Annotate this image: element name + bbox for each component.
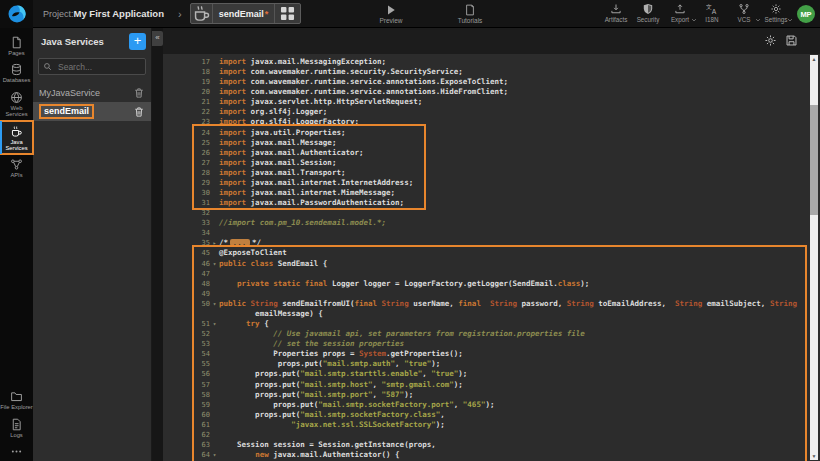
code-line[interactable]: 55 props.put("mail.smtp.auth", "true"); — [163, 359, 820, 369]
code-line[interactable]: 60 props.put("mail.smtp.socketFactory.cl… — [163, 410, 820, 420]
code-line[interactable]: 45@ExposeToClient — [163, 248, 820, 258]
code-line[interactable]: 26import javax.mail.Authenticator; — [163, 148, 820, 158]
logs-icon — [10, 418, 23, 431]
folded-region-badge[interactable]: ... — [230, 239, 250, 246]
code-line[interactable]: 59 props.put("mail.smtp.socketFactory.po… — [163, 400, 820, 410]
code-line[interactable]: 53 // set the session properties — [163, 339, 820, 349]
code-line[interactable]: 62 — [163, 430, 820, 440]
rail-item-java-services[interactable]: Java Services — [0, 121, 33, 155]
service-item-myjavaservice[interactable]: MyJavaService — [33, 83, 151, 102]
user-avatar[interactable]: MP — [797, 5, 815, 23]
rail-item-web-services[interactable]: Web Services — [0, 87, 33, 121]
java-services-panel: Java Services + MyJavaServicesendEmail — [33, 28, 152, 461]
code-line[interactable]: 46▾public class SendEmail { — [163, 259, 820, 269]
code-line[interactable]: 25import javax.mail.Message; — [163, 138, 820, 148]
menu-artifacts-button[interactable]: Artifacts — [600, 3, 632, 23]
editor-settings-icon[interactable] — [764, 34, 777, 47]
scrollbar-thumb[interactable] — [810, 105, 818, 215]
menu-export-button[interactable]: Export — [664, 3, 696, 23]
code-line[interactable]: 19import com.wavemaker.runtime.service.a… — [163, 77, 820, 87]
code-line[interactable]: 21import javax.servlet.http.HttpServletR… — [163, 97, 820, 107]
code-line[interactable]: 57 props.put("mail.smtp.host", "smtp.gma… — [163, 380, 820, 390]
code-line[interactable]: 31import javax.mail.PasswordAuthenticati… — [163, 198, 820, 208]
code-line[interactable]: 24import java.util.Properties; — [163, 128, 820, 138]
code-text: import javax.mail.internet.InternetAddre… — [219, 178, 413, 188]
rail-item-databases[interactable]: Databases — [0, 59, 33, 86]
service-search[interactable] — [38, 58, 146, 75]
code-line[interactable]: 32 — [163, 208, 820, 218]
fold-marker-icon[interactable]: ▾ — [210, 259, 219, 269]
save-icon[interactable] — [785, 34, 798, 47]
code-line[interactable]: 22import org.slf4j.Logger; — [163, 107, 820, 117]
code-text: props.put("mail.smtp.port", "587"); — [219, 390, 413, 400]
code-line[interactable]: 35▸/*...*/ — [163, 238, 820, 248]
rail-item-file-explorer[interactable]: File Explorer — [0, 386, 33, 413]
service-item-sendemail[interactable]: sendEmail — [33, 102, 151, 121]
code-line[interactable]: 18import com.wavemaker.runtime.security.… — [163, 67, 820, 77]
rail-item-pages[interactable]: Pages — [0, 32, 33, 59]
tutorials-button[interactable]: Tutorials — [446, 4, 494, 24]
code-line[interactable]: 58 props.put("mail.smtp.port", "587"); — [163, 390, 820, 400]
code-line[interactable]: 28import javax.mail.Transport; — [163, 168, 820, 178]
menu-i18n-button[interactable]: 文AI18N — [696, 3, 728, 23]
delete-service-icon[interactable] — [133, 87, 145, 99]
wavemaker-logo[interactable] — [0, 0, 33, 28]
code-line[interactable]: 61 "javax.net.ssl.SSLSocketFactory"); — [163, 420, 820, 430]
svg-text:A: A — [712, 8, 717, 15]
code-text: new javax.mail.Authenticator() { — [219, 450, 400, 460]
fold-slot — [210, 218, 219, 228]
line-number: 53 — [163, 339, 210, 349]
fold-slot — [210, 309, 219, 319]
fold-marker-icon[interactable]: ▾ — [210, 450, 219, 460]
code-line[interactable]: 52 // Use javamail api, set parameters f… — [163, 329, 820, 339]
scroll-down-arrow[interactable]: ▼ — [810, 452, 818, 460]
code-line[interactable]: 64▾ new javax.mail.Authenticator() { — [163, 450, 820, 460]
menu-settings-button[interactable]: Settings — [760, 3, 792, 23]
code-line[interactable]: 29import javax.mail.internet.InternetAdd… — [163, 178, 820, 188]
code-line[interactable]: 51▾ try { — [163, 319, 820, 329]
code-line[interactable]: 48 private static final Logger logger = … — [163, 279, 820, 289]
code-line[interactable]: emailMessage) { — [163, 309, 820, 319]
code-line[interactable]: 63 Session session = Session.getInstance… — [163, 440, 820, 450]
fold-marker-icon[interactable]: ▸ — [210, 238, 219, 248]
code-line[interactable]: 23import org.slf4j.LoggerFactory; — [163, 117, 820, 127]
editor-scrollbar[interactable]: ▲ ▼ — [810, 55, 818, 460]
grid-icon[interactable] — [274, 4, 300, 23]
code-area[interactable]: 17import javax.mail.MessagingException;1… — [163, 54, 820, 461]
code-text: private static final Logger logger = Log… — [219, 279, 589, 289]
rail-item-apis[interactable]: APIs — [0, 154, 33, 181]
code-line[interactable]: 54 Properties props = System.getProperti… — [163, 349, 820, 359]
code-line[interactable]: 47 — [163, 269, 820, 279]
fold-marker-icon[interactable]: ▾ — [210, 319, 219, 329]
code-line[interactable]: 49 — [163, 289, 820, 299]
database-icon — [10, 63, 23, 76]
code-line[interactable]: 34 — [163, 228, 820, 238]
code-line[interactable]: 56 props.put("mail.smtp.starttls.enable"… — [163, 369, 820, 379]
pages-icon — [10, 36, 23, 49]
fold-marker-icon[interactable]: ▾ — [210, 299, 219, 309]
code-line[interactable]: 50▾public String sendEmailfromUI(final S… — [163, 299, 820, 309]
panel-collapse-button[interactable]: « — [152, 31, 163, 46]
scroll-up-arrow[interactable]: ▲ — [810, 55, 818, 63]
code-line[interactable]: 30import javax.mail.internet.MimeMessage… — [163, 188, 820, 198]
code-text: import javax.mail.PasswordAuthentication… — [219, 198, 404, 208]
tab-sendemail[interactable]: sendEmail* — [190, 3, 302, 24]
code-line[interactable]: 20import com.wavemaker.runtime.service.a… — [163, 87, 820, 97]
code-line[interactable]: 27import javax.mail.Session; — [163, 158, 820, 168]
preview-button[interactable]: Preview — [367, 4, 415, 24]
fold-slot — [210, 400, 219, 410]
code-line[interactable]: 33//import com.pm_10.sendemail.model.*; — [163, 218, 820, 228]
search-input[interactable] — [56, 61, 141, 73]
code-line[interactable]: 17import javax.mail.MessagingException; — [163, 57, 820, 67]
code-text: props.put("mail.smtp.host", "smtp.gmail.… — [219, 380, 463, 390]
rail-item-more[interactable] — [0, 441, 33, 461]
menu-security-button[interactable]: Security — [632, 3, 664, 23]
play-icon — [385, 4, 397, 16]
delete-service-icon[interactable] — [133, 106, 145, 118]
rail-item-logs[interactable]: Logs — [0, 414, 33, 441]
add-service-button[interactable]: + — [129, 33, 146, 50]
code-text: // set the session properties — [219, 339, 404, 349]
menu-vcs-button[interactable]: VCS — [728, 3, 760, 23]
project-breadcrumb[interactable]: Project:My First Application — [43, 8, 164, 19]
panel-header: Java Services + — [33, 28, 151, 54]
